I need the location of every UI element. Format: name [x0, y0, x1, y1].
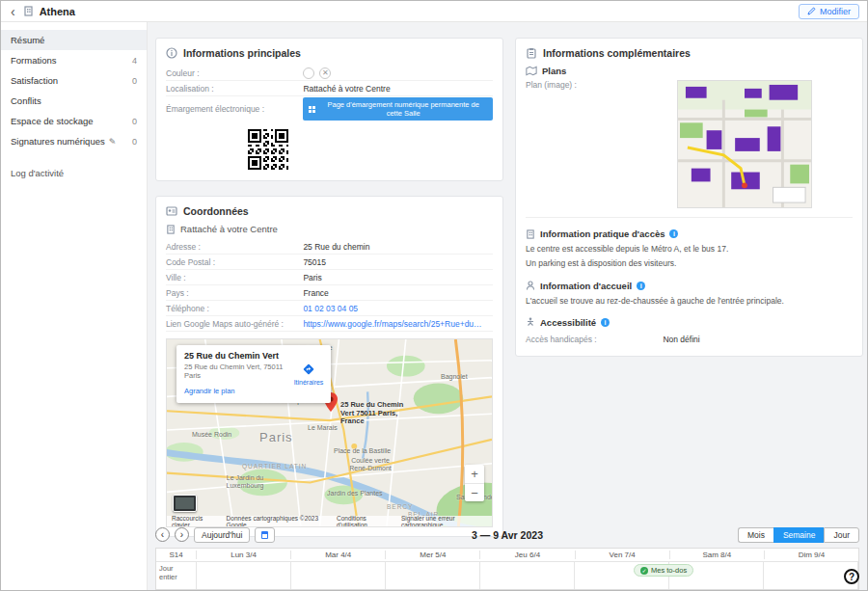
report-error-link[interactable]: Signaler une erreur cartographique: [401, 515, 487, 528]
sidebar-item-label: Conflits: [11, 95, 41, 106]
plan-image-label: Plan (image) :: [526, 80, 663, 208]
sidebar: Résumé Formations 4 Satisfaction 0 Confl…: [1, 22, 148, 590]
view-day-button[interactable]: Jour: [824, 527, 859, 543]
day-cell[interactable]: [386, 562, 480, 590]
app-window: ‹ Athena Modifier Résumé Formations 4 Sa…: [0, 0, 868, 591]
keyboard-shortcuts-link[interactable]: Raccourcis clavier: [172, 515, 217, 528]
map-marker-label: 25 Rue du Chemin Vert 75011 Paris, Franc…: [340, 401, 412, 426]
telephone-link[interactable]: 01 02 03 04 05: [303, 304, 358, 313]
calendar: ‹ › Aujourd'hui 3 — 9 Avr 2023 Mois Sema…: [155, 526, 859, 590]
day-header[interactable]: Mer 5/4: [386, 551, 480, 559]
event-label: Mes to-dos: [651, 566, 687, 575]
calendar-grid: S14 Lun 3/4 Mar 4/4 Mer 5/4 Jeu 6/4 Ven …: [155, 548, 859, 590]
signature-pen-icon: ✎: [109, 137, 117, 147]
terms-link[interactable]: Conditions d'utilisation: [337, 515, 392, 528]
day-cell[interactable]: [197, 562, 291, 590]
map-icon: [526, 66, 537, 76]
calendar-next-button[interactable]: ›: [175, 527, 189, 542]
code-postal-value: 75015: [303, 257, 326, 267]
info-tooltip-icon[interactable]: i: [637, 282, 645, 290]
day-header[interactable]: Lun 3/4: [197, 551, 291, 559]
no-color-swatch[interactable]: ✕: [319, 67, 331, 79]
map-label: BERCY: [387, 503, 413, 510]
map-data-attribution: Données cartographiques ©2023 Google: [227, 515, 327, 528]
pays-value: France: [303, 288, 328, 298]
sidebar-item-label: Satisfaction: [11, 75, 58, 86]
calendar-range-title: 3 — 9 Avr 2023: [472, 529, 543, 541]
emargement-page-button[interactable]: Page d'émargement numérique permanente d…: [303, 97, 493, 121]
building-icon: [526, 229, 535, 239]
handicap-value: Non défini: [663, 335, 699, 344]
gmaps-link[interactable]: https://www.google.fr/maps/search/25+Rue…: [303, 319, 486, 329]
day-header[interactable]: Ven 7/4: [576, 551, 670, 559]
modify-button[interactable]: Modifier: [799, 4, 859, 19]
sidebar-item-stockage[interactable]: Espace de stockage 0: [1, 111, 147, 131]
zoom-out-button[interactable]: −: [465, 483, 484, 501]
code-postal-label: Code Postal :: [166, 257, 303, 267]
todo-event-chip[interactable]: ✓ Mes to-dos: [634, 564, 693, 577]
day-header[interactable]: Dim 9/4: [765, 551, 858, 559]
view-switcher: Mois Semaine Jour: [738, 527, 859, 543]
map-label: Place de la Bastille: [334, 447, 391, 454]
accueil-title: Information d'accueil: [540, 281, 632, 291]
day-header[interactable]: Sam 8/4: [670, 551, 765, 559]
card-informations-principales: Informations principales Couleur : ✕ Loc…: [155, 38, 503, 181]
check-icon: ✓: [640, 567, 648, 575]
card-coordonnees: Coordonnées Rattaché à votre Centre Adre…: [155, 196, 503, 537]
day-cell[interactable]: [291, 562, 386, 590]
color-swatch[interactable]: [303, 67, 314, 79]
plans-title: Plans: [542, 66, 566, 76]
imagery-thumbnail[interactable]: [173, 495, 197, 512]
person-icon: [526, 281, 535, 290]
back-button[interactable]: ‹: [9, 5, 17, 18]
map-label: Coulée verte René-Dumont: [342, 457, 398, 471]
map-label: Musée Rodin: [192, 431, 231, 438]
handicap-label: Accès handicapés :: [526, 335, 663, 344]
pays-label: Pays :: [166, 288, 303, 298]
today-button[interactable]: Aujourd'hui: [194, 527, 250, 543]
clipboard-icon: [526, 47, 537, 59]
day-header[interactable]: Jeu 6/4: [480, 551, 575, 559]
zoom-in-button[interactable]: +: [465, 465, 484, 483]
sidebar-item-label: Log d'activité: [11, 168, 64, 178]
acces-line: Un parking est à disposition des visiteu…: [526, 257, 853, 269]
day-header[interactable]: Mar 4/4: [291, 551, 386, 559]
localisation-label: Localisation :: [166, 84, 303, 94]
info-tooltip-icon[interactable]: i: [601, 318, 610, 327]
acces-line: Le centre est accessible depuis le Métro…: [526, 243, 853, 255]
map-label: Bagnolet: [441, 373, 468, 380]
sidebar-item-conflits[interactable]: Conflits: [1, 91, 147, 111]
sidebar-item-signatures[interactable]: Signatures numériques ✎ 0: [1, 131, 147, 151]
map-label: Jardin des Plantes: [327, 490, 383, 497]
sidebar-item-badge: 0: [132, 117, 137, 126]
sidebar-item-label: Formations: [11, 55, 57, 66]
adresse-value: 25 Rue du chemin: [303, 242, 369, 252]
view-week-button[interactable]: Semaine: [773, 527, 825, 543]
qr-code: [248, 129, 288, 170]
directions-button[interactable]: Itinéraires: [286, 345, 331, 403]
acces-title: Information pratique d'accès: [540, 228, 665, 239]
view-month-button[interactable]: Mois: [738, 527, 773, 543]
map-label: Le Jardin du Luxembourg: [217, 474, 273, 489]
card-title: Coordonnées: [183, 205, 249, 217]
sidebar-item-formations[interactable]: Formations 4: [1, 50, 147, 70]
sidebar-item-log-activite[interactable]: Log d'activité: [1, 163, 147, 183]
info-tooltip-icon[interactable]: i: [669, 229, 678, 238]
telephone-label: Téléphone :: [166, 304, 303, 313]
day-cell[interactable]: [480, 562, 575, 590]
help-button[interactable]: ?: [844, 569, 859, 584]
map-label: QUARTIER LATIN: [242, 463, 307, 470]
sidebar-item-badge: 0: [132, 76, 137, 86]
date-picker-button[interactable]: [255, 527, 275, 543]
ville-label: Ville :: [166, 273, 303, 282]
sidebar-item-label: Signatures numériques: [11, 136, 105, 147]
enlarge-map-link[interactable]: Agrandir le plan: [184, 387, 235, 395]
calendar-prev-button[interactable]: ‹: [155, 527, 170, 542]
sidebar-item-resume[interactable]: Résumé: [1, 30, 147, 50]
sidebar-item-badge: 0: [132, 137, 137, 147]
page-title: Athena: [40, 6, 75, 17]
map-attribution: Raccourcis clavier Données cartographiqu…: [167, 516, 492, 526]
sidebar-item-badge: 4: [132, 56, 137, 66]
google-map[interactable]: Parc de Belleville Bagnolet Centre Pompi…: [166, 338, 493, 527]
sidebar-item-satisfaction[interactable]: Satisfaction 0: [1, 70, 147, 91]
